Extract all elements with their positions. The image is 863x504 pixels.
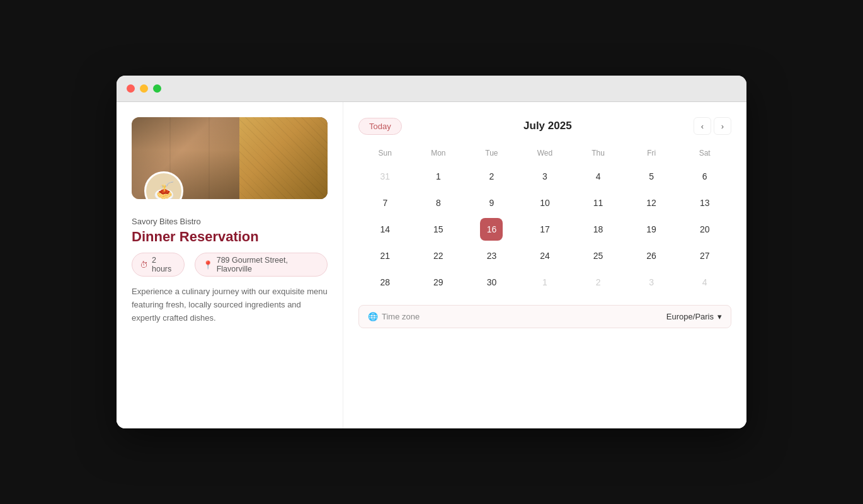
timezone-select[interactable]: Europe/Paris ▾ <box>666 312 722 321</box>
timezone-value: Europe/Paris <box>666 312 714 321</box>
calendar-grid: Sun Mon Tue Wed Thu Fri Sat 31 1 2 3 4 5… <box>358 146 731 295</box>
cal-day[interactable]: 25 <box>587 244 610 267</box>
duration-badge: ⏱ 2 hours <box>132 253 185 277</box>
day-header-mon: Mon <box>412 146 466 160</box>
cal-day[interactable]: 14 <box>374 218 396 241</box>
cal-day[interactable]: 31 <box>374 165 396 188</box>
right-panel: Today July 2025 ‹ › Sun Mon Tue Wed Thu … <box>343 102 746 428</box>
restaurant-images: 🍝 <box>132 117 328 199</box>
calendar-month: July 2025 <box>523 120 572 132</box>
event-title: Dinner Reservation <box>132 229 328 245</box>
address-badge: 📍 789 Gourmet Street, Flavorville <box>195 253 328 277</box>
cal-day[interactable]: 2 <box>587 271 610 294</box>
globe-icon: 🌐 <box>368 312 378 321</box>
timezone-row: 🌐 Time zone Europe/Paris ▾ <box>358 305 731 328</box>
cal-day[interactable]: 19 <box>640 218 663 241</box>
cal-day[interactable]: 28 <box>374 271 396 294</box>
timezone-label: 🌐 Time zone <box>368 312 420 321</box>
calendar-day-headers: Sun Mon Tue Wed Thu Fri Sat <box>358 146 731 160</box>
cal-day[interactable]: 5 <box>640 165 663 188</box>
cal-day[interactable]: 3 <box>640 271 663 294</box>
cal-day[interactable]: 3 <box>534 165 556 188</box>
calendar-header: Today July 2025 ‹ › <box>358 117 731 135</box>
day-header-tue: Tue <box>465 146 518 160</box>
day-header-thu: Thu <box>571 146 625 160</box>
cal-day[interactable]: 20 <box>694 218 716 241</box>
cal-day[interactable]: 8 <box>427 192 450 214</box>
left-panel: 🍝 Savory Bites Bistro Dinner Reservation… <box>117 102 343 428</box>
cal-day[interactable]: 26 <box>640 244 663 267</box>
browser-window: 🍝 Savory Bites Bistro Dinner Reservation… <box>117 76 746 428</box>
calendar-week-1: 31 1 2 3 4 5 6 <box>358 164 731 189</box>
minimize-dot[interactable] <box>140 84 148 93</box>
day-header-sun: Sun <box>358 146 412 160</box>
cal-day[interactable]: 13 <box>694 192 716 214</box>
next-month-button[interactable]: › <box>714 117 731 135</box>
cal-day[interactable]: 4 <box>694 271 716 294</box>
cal-day[interactable]: 24 <box>534 244 556 267</box>
main-content: 🍝 Savory Bites Bistro Dinner Reservation… <box>117 102 746 428</box>
clock-icon: ⏱ <box>140 260 148 270</box>
cal-day[interactable]: 29 <box>427 271 450 294</box>
meta-row: ⏱ 2 hours 📍 789 Gourmet Street, Flavorvi… <box>132 253 328 277</box>
cal-day[interactable]: 21 <box>374 244 396 267</box>
address-text: 789 Gourmet Street, Flavorville <box>217 256 319 273</box>
calendar-week-3: 14 15 16 17 18 19 20 <box>358 217 731 242</box>
cal-day[interactable]: 27 <box>694 244 716 267</box>
cal-day[interactable]: 17 <box>534 218 556 241</box>
cal-day[interactable]: 7 <box>374 192 396 214</box>
cal-day[interactable]: 22 <box>427 244 450 267</box>
cal-day[interactable]: 9 <box>480 192 503 214</box>
restaurant-name: Savory Bites Bistro <box>132 217 328 226</box>
title-bar <box>117 76 746 102</box>
description: Experience a culinary journey with our e… <box>132 285 328 324</box>
cal-day[interactable]: 4 <box>587 165 610 188</box>
cal-day[interactable]: 12 <box>640 192 663 214</box>
image-overlay <box>239 117 328 199</box>
cal-day[interactable]: 1 <box>534 271 556 294</box>
duration-text: 2 hours <box>152 256 176 273</box>
day-header-fri: Fri <box>625 146 678 160</box>
calendar-week-2: 7 8 9 10 11 12 13 <box>358 190 731 215</box>
calendar-week-4: 21 22 23 24 25 26 27 <box>358 243 731 268</box>
day-header-sat: Sat <box>678 146 731 160</box>
cal-day[interactable]: 11 <box>587 192 610 214</box>
close-dot[interactable] <box>127 84 135 93</box>
cal-day[interactable]: 23 <box>480 244 503 267</box>
cal-day-selected[interactable]: 16 <box>480 218 503 241</box>
calendar-nav: ‹ › <box>694 117 731 135</box>
today-button[interactable]: Today <box>358 118 402 135</box>
cal-day[interactable]: 6 <box>694 165 716 188</box>
timezone-label-text: Time zone <box>382 312 420 321</box>
calendar-week-5: 28 29 30 1 2 3 4 <box>358 270 731 295</box>
cal-day[interactable]: 10 <box>534 192 556 214</box>
cal-day[interactable]: 30 <box>480 271 503 294</box>
prev-month-button[interactable]: ‹ <box>694 117 711 135</box>
cal-day[interactable]: 2 <box>480 165 503 188</box>
maximize-dot[interactable] <box>153 84 161 93</box>
cal-day[interactable]: 15 <box>427 218 450 241</box>
chevron-down-icon: ▾ <box>717 312 722 321</box>
cal-day[interactable]: 1 <box>427 165 450 188</box>
cal-day[interactable]: 18 <box>587 218 610 241</box>
location-icon: 📍 <box>203 260 213 270</box>
day-header-wed: Wed <box>518 146 572 160</box>
